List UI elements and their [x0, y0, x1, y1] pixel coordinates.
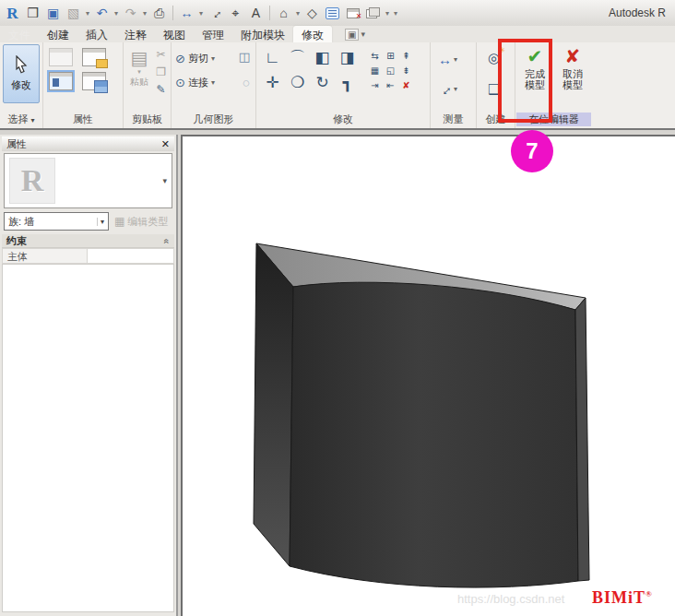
cut-geometry-button[interactable]: ⊘ 剪切 ▾	[175, 52, 215, 65]
trim-extend-multiple-icon[interactable]: ⇤	[383, 77, 398, 92]
titlebar: R ❒ ▣ ▧ ▾ ↶ ▾ ↷ ▾ ⎙ ↔ ▾ ↔ ⌖ A ⌂ ▾ ◇ ✕ ▾ …	[0, 0, 675, 26]
tab-create[interactable]: 创建	[39, 26, 77, 42]
type-selector[interactable]: R ▾	[4, 153, 172, 208]
cube-caret-icon[interactable]: ▾	[84, 4, 91, 22]
panel-measure: ↔ ▾ ↔ ▾ 测量	[431, 42, 477, 128]
tag-by-category-icon[interactable]: ⌖	[226, 4, 245, 22]
panel-select-label[interactable]: 选择 ▾	[0, 113, 42, 126]
split-element-icon[interactable]: ⇆	[367, 48, 383, 63]
edit-type-button[interactable]: ▦ 编辑类型	[114, 212, 173, 231]
panel-properties: 属性	[43, 42, 124, 128]
edit-type-icon: ▦	[114, 215, 124, 228]
customize-qat-icon[interactable]: ▾	[392, 4, 399, 22]
edit-type-label: 编辑类型	[127, 215, 168, 229]
split-with-gap-icon[interactable]: ⊞	[383, 48, 398, 63]
close-hidden-windows-icon[interactable]: ✕	[343, 4, 362, 22]
modify-button[interactable]: 修改	[3, 44, 40, 103]
open-icon[interactable]: ❒	[23, 4, 42, 22]
tab-addins[interactable]: 附加模块	[232, 26, 293, 42]
pin-icon[interactable]: ⇞	[398, 48, 414, 63]
tab-manage[interactable]: 管理	[194, 26, 232, 42]
paste-icon: ▤	[127, 48, 151, 68]
aligned-dimension-button[interactable]: ↔ ▾	[438, 52, 457, 67]
redo-icon[interactable]: ↷	[121, 4, 140, 22]
copy-icon[interactable]: ❍	[285, 70, 310, 95]
thin-lines-icon[interactable]	[323, 4, 342, 22]
save-icon[interactable]: ▣	[43, 4, 63, 22]
bimit-logo: BIMiT®	[592, 588, 653, 608]
section-icon[interactable]: ◇	[302, 4, 322, 22]
paste-caret-icon: ▾	[127, 68, 151, 76]
properties-toggle-icon[interactable]	[49, 72, 73, 90]
aligned-dimension-icon[interactable]: ↔	[177, 4, 196, 22]
family-filter-combobox[interactable]: 族: 墙 ▾	[4, 212, 109, 231]
cut-caret-icon: ▾	[211, 54, 215, 63]
measure-button[interactable]: ↔ ▾	[438, 81, 457, 97]
move-icon[interactable]: ✛	[260, 70, 285, 95]
align-icon[interactable]: ∟	[260, 45, 285, 70]
measure-diagonal-icon: ↔	[434, 78, 456, 100]
panel-select: 修改 选择 ▾	[0, 42, 43, 128]
panel-geometry: ⊘ 剪切 ▾ ⊙ 连接 ▾ ◫ ◌ 几何图形	[172, 42, 256, 128]
switch-windows-icon[interactable]	[363, 4, 383, 22]
join-geometry-button[interactable]: ⊙ 连接 ▾	[175, 76, 215, 89]
print-icon[interactable]: ⎙	[149, 4, 169, 22]
switch-windows-caret-icon[interactable]: ▾	[384, 4, 391, 22]
default-3d-view-icon[interactable]: ⌂	[274, 4, 293, 22]
ribbon-tab-bar: 文件 创建 插入 注释 视图 管理 附加模块 修改 ▣ ▾	[0, 26, 675, 42]
paste-button[interactable]: ▤ ▾ 粘贴	[127, 48, 151, 89]
text-icon[interactable]: A	[246, 4, 266, 22]
drawing-canvas[interactable]: https://blog.csdn.net BIMiT®	[181, 135, 675, 616]
properties-title: 属性	[6, 137, 27, 151]
split-face-icon[interactable]: ◌	[243, 76, 250, 89]
tab-insert[interactable]: 插入	[77, 26, 116, 42]
scale-icon[interactable]: ◱	[383, 63, 398, 77]
panel-measure-label: 测量	[431, 113, 476, 126]
properties-palette-icon[interactable]	[49, 48, 73, 66]
mirror-pick-axis-icon[interactable]: ◧	[310, 45, 335, 70]
view-caret-icon[interactable]: ▾	[294, 4, 302, 22]
workshare-cube-icon[interactable]: ▧	[64, 4, 83, 22]
tab-file[interactable]: 文件	[0, 26, 39, 42]
match-type-icon[interactable]: ✎	[157, 83, 166, 96]
undo-icon[interactable]: ↶	[92, 4, 112, 22]
mirror-draw-axis-icon[interactable]: ◨	[335, 45, 360, 70]
tab-view[interactable]: 视图	[155, 26, 194, 42]
family-types-icon[interactable]	[82, 48, 106, 66]
measure-icon[interactable]: ↔	[206, 4, 225, 22]
trim-corner-icon[interactable]: ┓	[335, 70, 360, 95]
family-thumbnail: R	[9, 158, 55, 204]
offset-icon[interactable]: ⌒	[285, 45, 310, 70]
wall-joins-icon[interactable]: ◫	[239, 50, 250, 64]
delete-icon[interactable]: ✘	[398, 77, 414, 92]
modify-button-label: 修改	[11, 78, 31, 92]
panel-geometry-label: 几何图形	[172, 113, 255, 126]
undo-caret-icon[interactable]: ▾	[112, 4, 120, 22]
panel-toggle-icon: ▣	[345, 29, 359, 41]
dimension-caret-icon[interactable]: ▾	[197, 4, 205, 22]
tab-annotate[interactable]: 注释	[116, 26, 155, 42]
panel-clipboard-label: 剪贴板	[124, 113, 171, 126]
array-icon[interactable]: ▦	[367, 63, 383, 77]
ribbon-display-toggle[interactable]: ▣ ▾	[341, 26, 369, 42]
cut-to-clipboard-icon[interactable]: ✂	[157, 48, 166, 61]
unpin-icon[interactable]: ⇟	[398, 63, 414, 77]
panel-modify: ∟ ⌒ ◧ ◨ ✛ ❍ ↻ ┓ ⇆ ⊞ ⇞ ▦ ◱ ⇟ ⇥ ⇤ ✘ 修改	[256, 42, 431, 128]
redo-caret-icon[interactable]: ▾	[141, 4, 148, 22]
property-value[interactable]	[88, 248, 174, 264]
properties-palette: 属性 ✕ R ▾ 族: 墙 ▾ ▦ 编辑类型 约束 « 主体	[0, 135, 178, 616]
type-selector-caret-icon[interactable]: ▾	[162, 176, 167, 185]
properties-body	[2, 264, 174, 612]
inplace-mass-model	[183, 136, 675, 616]
tab-modify[interactable]: 修改	[293, 26, 332, 42]
type-properties-icon[interactable]	[82, 72, 106, 90]
constraints-section-header[interactable]: 约束 «	[2, 234, 174, 248]
copy-to-clipboard-icon[interactable]: ❐	[156, 65, 166, 78]
trim-extend-single-icon[interactable]: ⇥	[367, 77, 383, 92]
rotate-icon[interactable]: ↻	[310, 70, 335, 95]
titlebar-separator	[269, 6, 270, 20]
properties-header[interactable]: 属性 ✕	[2, 136, 174, 151]
close-icon[interactable]: ✕	[161, 138, 170, 150]
step-number-badge: 7	[511, 130, 553, 172]
cancel-model-button[interactable]: ✘ 取消模型	[554, 46, 591, 90]
